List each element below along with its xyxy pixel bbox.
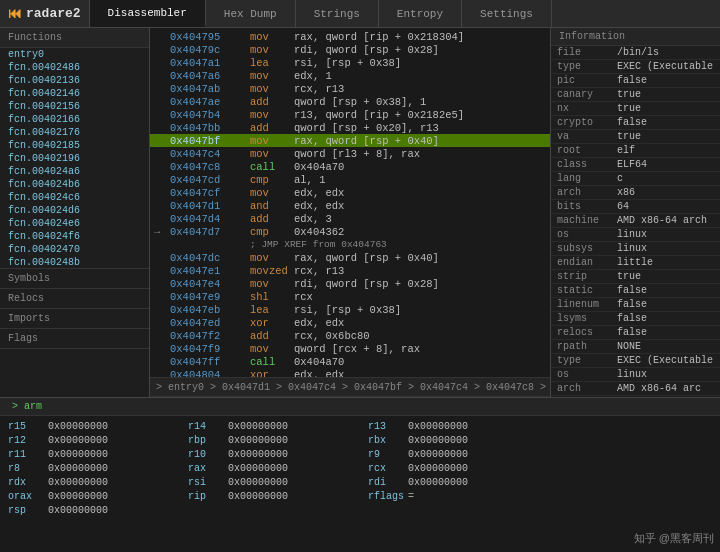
disasm-line[interactable]: 0x4047f9 mov qword [rcx + 8], rax [150,342,550,355]
line-addr: 0x4047b4 [170,109,250,121]
app-title: radare2 [26,6,81,21]
disasm-line[interactable]: 0x4047f2 add rcx, 0x6bc80 [150,329,550,342]
sidebar-item-fcn.00402136[interactable]: fcn.00402136 [0,74,149,87]
tab-hex-dump[interactable]: Hex Dump [206,0,296,27]
sidebar-item-fcn.00402196[interactable]: fcn.00402196 [0,152,149,165]
disasm-line[interactable]: 0x4047bf mov rax, qword [rsp + 0x40] [150,134,550,147]
sidebar-item-fcn.004024e6[interactable]: fcn.004024e6 [0,217,149,230]
disasm-line[interactable]: 0x4047eb lea rsi, [rsp + 0x38] [150,303,550,316]
info-val: EXEC (Executable [617,355,714,366]
reg-r13: r130x00000000 [366,420,546,433]
relocs-section[interactable]: Relocs [0,289,149,309]
reg-rcx: rcx0x00000000 [366,462,546,475]
sidebar-item-fcn.00402176[interactable]: fcn.00402176 [0,126,149,139]
sidebar-item-entry0[interactable]: entry0 [0,48,149,61]
tab-disassembler[interactable]: Disassembler [90,0,206,27]
reg-rbx: rbx0x00000000 [366,434,546,447]
tab-entropy[interactable]: Entropy [379,0,462,27]
symbols-section[interactable]: Symbols [0,269,149,289]
info-row-linenum: linenumfalse [551,298,720,312]
disasm-line[interactable]: 0x4047b4 mov r13, qword [rip + 0x2182e5] [150,108,550,121]
disasm-line[interactable]: 0x4047e4 mov rdi, qword [rsp + 0x28] [150,277,550,290]
info-row-va: vatrue [551,130,720,144]
line-ops: edx, edx [294,317,546,329]
breadcrumb-path: > entry0 > 0x4047d1 > 0x4047c4 > 0x4047b… [156,382,546,393]
sidebar-item-fcn.004024b6[interactable]: fcn.004024b6 [0,178,149,191]
sidebar-item-fcn.004024f6[interactable]: fcn.004024f6 [0,230,149,243]
disasm-line[interactable]: 0x404804 xor edx, edx [150,368,550,377]
line-mnem: mov [250,44,290,56]
sidebar-item-fcn.004024c6[interactable]: fcn.004024c6 [0,191,149,204]
sidebar-item-fcn.00402146[interactable]: fcn.00402146 [0,87,149,100]
tab-settings[interactable]: Settings [462,0,552,27]
disasm-line[interactable]: 0x4047ae add qword [rsp + 0x38], 1 [150,95,550,108]
sidebar-item-fcn.004024a6[interactable]: fcn.004024a6 [0,165,149,178]
line-addr: 0x4047d7 [170,226,250,238]
disasm-line[interactable]: 0x4047e1 movzed rcx, r13 [150,264,550,277]
disasm-line[interactable]: 0x4047d4 add edx, 3 [150,212,550,225]
line-ops: edx, 1 [294,70,546,82]
disasm-line[interactable]: 0x404795 mov rax, qword [rip + 0x218304] [150,30,550,43]
line-ops: rcx [294,291,546,303]
line-addr: 0x4047bb [170,122,250,134]
info-val: true [617,131,714,142]
disasm-line[interactable]: → 0x4047d7 cmp 0x404362 [150,225,550,238]
reg-r8: r80x00000000 [6,462,186,475]
functions-list[interactable]: entry0fcn.00402486fcn.00402136fcn.004021… [0,48,149,268]
info-key: va [557,131,617,142]
disasm-line[interactable]: 0x4047ff call 0x404a70 [150,355,550,368]
reg-name-rdx: rdx [8,477,48,488]
info-val: ELF64 [617,159,714,170]
disasm-line[interactable]: 0x4047a6 mov edx, 1 [150,69,550,82]
disasm-line[interactable]: 0x4047ed xor edx, edx [150,316,550,329]
sidebar-item-fcn.0040248b[interactable]: fcn.0040248b [0,256,149,268]
reg-val-r13: 0x00000000 [408,421,468,432]
sidebar-item-fcn.004024d6[interactable]: fcn.004024d6 [0,204,149,217]
flags-section[interactable]: Flags [0,329,149,349]
reg-r9: r90x00000000 [366,448,546,461]
registers-area: r150x00000000r140x00000000r130x00000000r… [0,416,720,521]
sidebar-item-fcn.00402486[interactable]: fcn.00402486 [0,61,149,74]
sidebar-item-fcn.00402156[interactable]: fcn.00402156 [0,100,149,113]
reg-rdx: rdx0x00000000 [6,476,186,489]
disasm-line[interactable]: 0x4047bb add qword [rsp + 0x20], r13 [150,121,550,134]
info-key: arch [557,187,617,198]
reg-name-r11: r11 [8,449,48,460]
bottom-prompt[interactable]: > arm [8,400,46,413]
disasm-area[interactable]: 0x404795 mov rax, qword [rip + 0x218304]… [150,28,550,377]
sidebar-item-fcn.00402185[interactable]: fcn.00402185 [0,139,149,152]
line-ops: qword [rsp + 0x20], r13 [294,122,546,134]
disasm-line[interactable]: 0x4047c8 call 0x404a70 [150,160,550,173]
sidebar-item-fcn.00402166[interactable]: fcn.00402166 [0,113,149,126]
info-val: 64 [617,201,714,212]
imports-section[interactable]: Imports [0,309,149,329]
info-row-arch: archx86 [551,186,720,200]
disasm-line[interactable]: 0x4047ab mov rcx, r13 [150,82,550,95]
line-mnem: cmp [250,174,290,186]
disasm-line[interactable]: 0x4047d1 and edx, edx [150,199,550,212]
disasm-line[interactable]: 0x4047a1 lea rsi, [rsp + 0x38] [150,56,550,69]
disasm-line[interactable]: 0x40479c mov rdi, qword [rsp + 0x28] [150,43,550,56]
reg-name-r14: r14 [188,421,228,432]
line-addr: 0x4047ae [170,96,250,108]
disasm-line[interactable]: 0x4047e9 shl rcx [150,290,550,303]
line-mnem: mov [250,135,290,147]
line-ops: edx, edx [294,200,546,212]
info-val: false [617,117,714,128]
line-addr: 0x4047d1 [170,200,250,212]
disasm-line[interactable]: 0x4047cf mov edx, edx [150,186,550,199]
disasm-line[interactable]: 0x4047dc mov rax, qword [rsp + 0x40] [150,251,550,264]
disasm-line[interactable]: ; JMP XREF from 0x404763 [150,238,550,251]
line-mnem: mov [250,148,290,160]
disasm-line[interactable]: 0x4047c4 mov qword [rl3 + 8], rax [150,147,550,160]
sidebar-item-fcn.00402470[interactable]: fcn.00402470 [0,243,149,256]
reg-val-r9: 0x00000000 [408,449,468,460]
sidebar: Functions entry0fcn.00402486fcn.00402136… [0,28,150,397]
info-key: os [557,229,617,240]
watermark: 知乎 @黑客周刊 [634,531,714,546]
main-layout: Functions entry0fcn.00402486fcn.00402136… [0,28,720,397]
disasm-line[interactable]: 0x4047cd cmp al, 1 [150,173,550,186]
info-row-rpath: rpathNONE [551,340,720,354]
info-val: false [617,313,714,324]
tab-strings[interactable]: Strings [296,0,379,27]
